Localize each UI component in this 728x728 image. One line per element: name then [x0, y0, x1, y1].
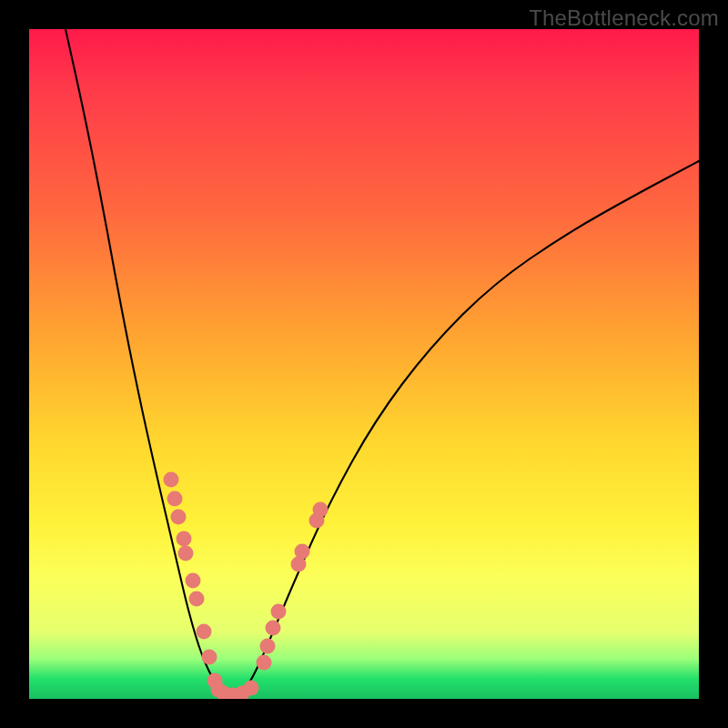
- data-dot: [202, 650, 217, 665]
- right-curve: [238, 161, 699, 697]
- chart-frame: TheBottleneck.com: [0, 0, 728, 728]
- plot-area: [29, 29, 699, 699]
- data-dot: [177, 531, 192, 547]
- data-dot: [186, 573, 201, 589]
- data-dot: [189, 592, 205, 607]
- data-dot: [257, 655, 272, 671]
- data-dot: [313, 502, 329, 518]
- data-dot: [197, 624, 212, 640]
- data-dot: [164, 472, 179, 488]
- data-dot: [244, 681, 259, 696]
- data-dot: [266, 621, 281, 636]
- data-dot: [171, 510, 187, 525]
- data-dot: [167, 491, 183, 507]
- watermark-text: TheBottleneck.com: [529, 5, 719, 31]
- data-dot: [271, 604, 287, 620]
- data-dot: [178, 546, 194, 561]
- data-dot: [295, 544, 310, 560]
- highlight-dots: [164, 472, 329, 700]
- data-dot: [260, 639, 276, 654]
- curves-svg: [29, 29, 699, 699]
